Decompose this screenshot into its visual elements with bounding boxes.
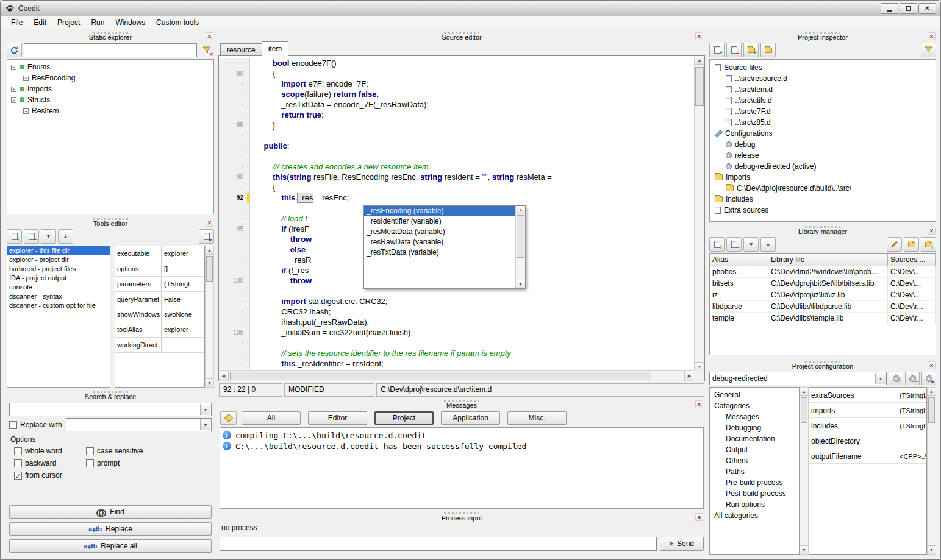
category-output[interactable]: Output (710, 444, 799, 455)
property-row[interactable]: executableexplorer (115, 246, 204, 261)
clear-filter-button[interactable]: ✕ (199, 43, 214, 57)
add-library-button[interactable]: + (709, 237, 725, 252)
scroll-thumb[interactable] (230, 372, 651, 380)
property-value[interactable]: False (162, 292, 204, 307)
tree-item-src-e7f-d[interactable]: ..\src\e7F.d (710, 106, 936, 117)
scroll-down-icon[interactable]: ▼ (516, 280, 525, 288)
property-value[interactable]: explorer (162, 246, 204, 261)
property-row[interactable]: queryParametFalse (115, 292, 204, 307)
scroll-up-icon[interactable]: ▲ (516, 206, 525, 214)
completion-item[interactable]: _resEncoding (variable) (364, 206, 515, 216)
category-all-categories[interactable]: All categories (710, 510, 799, 521)
panel-close-icon[interactable]: ✕ (695, 32, 703, 40)
chevron-down-icon[interactable]: ▼ (200, 419, 210, 430)
column-header-alias[interactable]: Alias (710, 254, 768, 266)
list-item[interactable]: explorer - this file dir (7, 246, 110, 255)
category-paths[interactable]: Paths (710, 466, 799, 477)
property-row[interactable]: includes(TStringL (809, 418, 926, 433)
list-item[interactable]: explorer - project dir (7, 255, 110, 264)
panel-close-icon[interactable]: ✕ (695, 400, 703, 408)
splitter[interactable] (110, 246, 115, 388)
property-value[interactable]: (TStringL (162, 277, 204, 291)
property-row[interactable]: workingDirect (115, 338, 204, 353)
scroll-down-icon[interactable]: ▼ (800, 545, 808, 554)
add-tool-button[interactable]: + (7, 229, 22, 244)
clear-messages-button[interactable] (220, 411, 237, 425)
panel-close-icon[interactable]: ✕ (695, 513, 703, 521)
category-categories[interactable]: Categories (710, 400, 799, 411)
checkbox-backward[interactable]: backward (14, 457, 86, 469)
filter-button-project[interactable]: Project (374, 411, 434, 425)
expand-icon[interactable]: + (11, 87, 16, 92)
filter-button-misc[interactable]: Misc. (507, 411, 567, 425)
column-header-library-file[interactable]: Library file (768, 254, 888, 266)
move-tool-down-button[interactable]: ▼ (41, 229, 56, 244)
property-value[interactable]: <CPP>..\ (898, 448, 926, 463)
category-post-build-process[interactable]: Post-build process (710, 488, 799, 499)
property-row[interactable]: objectDirectory (809, 433, 926, 448)
scroll-down-icon[interactable]: ▼ (695, 362, 704, 370)
remove-config-button[interactable]: − (905, 372, 920, 385)
replace-with-combobox[interactable]: ▼ (66, 418, 212, 431)
tab-item[interactable]: item (262, 41, 289, 56)
send-button[interactable]: Send (660, 537, 704, 551)
tools-scrollbar[interactable]: ▲ ▼ (205, 246, 214, 388)
scroll-right-icon[interactable]: ▶ (684, 371, 694, 381)
remove-library-button[interactable]: − (726, 237, 742, 252)
category-scrollbar[interactable]: ▲ ▼ (800, 387, 809, 555)
config-scrollbar[interactable]: ▲ ▼ (927, 387, 936, 555)
editor-vertical-scrollbar[interactable]: ▲ ▼ (694, 56, 704, 370)
chevron-down-icon[interactable]: ▼ (875, 373, 886, 384)
menu-item-run[interactable]: Run (85, 17, 110, 28)
tree-item-c-dev-dproj-resource-d-build-src[interactable]: C:\Dev\dproj\resource.d\build\..\src\ (710, 183, 936, 194)
tree-item-enums[interactable]: −Enums (7, 62, 213, 73)
tree-item-includes[interactable]: Includes (710, 194, 936, 205)
scroll-down-icon[interactable]: ▼ (206, 378, 213, 387)
add-library-folder-button[interactable]: + (921, 237, 936, 252)
property-value[interactable] (898, 433, 926, 448)
tree-item-src-utils-d[interactable]: ..\src\utils.d (710, 95, 936, 106)
completion-item[interactable]: _resRawData (variable) (364, 237, 515, 247)
panel-close-icon[interactable]: ✕ (206, 219, 213, 227)
scroll-thumb[interactable] (695, 67, 704, 106)
property-value[interactable]: [] (162, 261, 204, 276)
menu-item-windows[interactable]: Windows (110, 17, 151, 28)
property-value[interactable]: explorer (162, 322, 204, 337)
filter-button-application[interactable]: Application (441, 411, 500, 425)
tree-item-src-item-d[interactable]: ..\src\item.d (710, 84, 936, 95)
open-library-folder-button[interactable] (904, 237, 919, 252)
move-library-down-button[interactable]: ▼ (743, 237, 759, 252)
checkbox-from-cursor[interactable]: ✓from cursor (14, 469, 86, 481)
tab-resource[interactable]: resource (220, 43, 262, 55)
property-value[interactable]: swoNone (162, 307, 204, 322)
configuration-combobox[interactable]: debug-redirected ▼ (709, 372, 887, 385)
completion-item[interactable]: _resMetaData (variable) (364, 227, 515, 237)
scroll-up-icon[interactable]: ▲ (800, 388, 808, 396)
list-item[interactable]: console (7, 283, 110, 292)
tree-item-resitem[interactable]: +ResItem (7, 105, 213, 116)
category-debugging[interactable]: Debugging (710, 422, 799, 433)
property-row[interactable]: parameters(TStringL (115, 277, 204, 292)
messages-list[interactable]: icompiling C:\...\build\resource.d.coedi… (220, 427, 704, 509)
add-config-button[interactable]: + (889, 372, 903, 385)
table-row[interactable]: libdparseC:\Dev\dlibs\libdparse.libC:\De… (710, 301, 936, 313)
tree-item-src-resource-d[interactable]: ..\src\resource.d (710, 73, 936, 84)
checkbox-prompt[interactable]: prompt (86, 457, 210, 469)
project-inspector-tree[interactable]: Source files..\src\resource.d..\src\item… (709, 59, 936, 222)
panel-close-icon[interactable]: ✕ (928, 227, 936, 235)
list-item[interactable]: IDA - project output (7, 274, 110, 283)
category-run-options[interactable]: Run options (710, 499, 799, 510)
find-button[interactable]: Find (9, 505, 212, 519)
category-messages[interactable]: Messages (710, 411, 799, 422)
search-term-combobox[interactable]: ▼ (9, 403, 212, 416)
completion-list[interactable]: _resEncoding (variable)_resIdentifier (v… (364, 206, 515, 288)
list-item[interactable]: harbored - project files (7, 264, 110, 274)
scroll-up-icon[interactable]: ▲ (928, 388, 936, 396)
tree-item-src-z85-d[interactable]: ..\src\z85.d (710, 117, 936, 128)
tree-item-release[interactable]: release (710, 150, 936, 161)
expand-icon[interactable]: − (11, 97, 16, 103)
tree-item-imports[interactable]: Imports (710, 172, 936, 183)
refresh-button[interactable] (7, 43, 22, 57)
property-row[interactable]: toolAliasexplorer (115, 322, 204, 338)
property-row[interactable]: extraSources(TStringL (809, 388, 926, 403)
